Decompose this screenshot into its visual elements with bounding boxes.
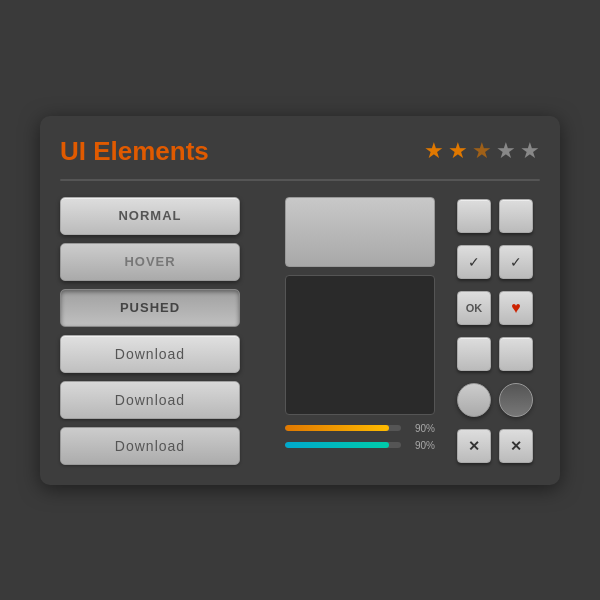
textarea-placeholder[interactable] <box>285 275 435 415</box>
middle-column: 90% 90% <box>280 197 440 451</box>
star-rating[interactable]: ★ ★ ★ ★ ★ <box>424 138 540 164</box>
ctrl-row-2: ✓ ✓ <box>457 243 533 281</box>
heart-icon: ♥ <box>511 299 521 317</box>
progress-fill-teal <box>285 442 389 448</box>
square-btn-1[interactable] <box>457 199 491 233</box>
check-btn-2[interactable]: ✓ <box>499 245 533 279</box>
star-4[interactable]: ★ <box>496 138 516 164</box>
check-icon-1: ✓ <box>468 254 480 270</box>
star-5[interactable]: ★ <box>520 138 540 164</box>
header: UI Elements ★ ★ ★ ★ ★ <box>60 136 540 167</box>
image-placeholder <box>285 197 435 267</box>
main-container: UI Elements ★ ★ ★ ★ ★ NORMAL HOVER PUSHE… <box>40 116 560 485</box>
square-btn-4[interactable] <box>499 337 533 371</box>
ok-button[interactable]: OK <box>457 291 491 325</box>
progress-pct-2: 90% <box>407 440 435 451</box>
download-button-3[interactable]: Download <box>60 427 240 465</box>
star-3[interactable]: ★ <box>472 138 492 164</box>
heart-button[interactable]: ♥ <box>499 291 533 325</box>
download-button-1[interactable]: Download <box>60 335 240 373</box>
progress-fill-orange <box>285 425 389 431</box>
ctrl-row-4 <box>457 335 533 373</box>
progress-area: 90% 90% <box>285 423 435 451</box>
square-btn-3[interactable] <box>457 337 491 371</box>
ctrl-row-3: OK ♥ <box>457 289 533 327</box>
progress-bar-1 <box>285 425 401 431</box>
x-icon-1: ✕ <box>468 438 480 454</box>
x-icon-2: ✕ <box>510 438 522 454</box>
radio-btn-1[interactable] <box>457 383 491 417</box>
check-btn-1[interactable]: ✓ <box>457 245 491 279</box>
progress-bar-2 <box>285 442 401 448</box>
button-column: NORMAL HOVER PUSHED Download Download Do… <box>60 197 270 465</box>
ctrl-row-1 <box>457 197 533 235</box>
progress-row-1: 90% <box>285 423 435 434</box>
check-icon-2: ✓ <box>510 254 522 270</box>
normal-button[interactable]: NORMAL <box>60 197 240 235</box>
progress-pct-1: 90% <box>407 423 435 434</box>
progress-row-2: 90% <box>285 440 435 451</box>
controls-column: ✓ ✓ OK ♥ <box>450 197 540 465</box>
pushed-button[interactable]: PUSHED <box>60 289 240 327</box>
divider <box>60 179 540 181</box>
content-grid: NORMAL HOVER PUSHED Download Download Do… <box>60 197 540 465</box>
page-title: UI Elements <box>60 136 209 167</box>
x-btn-1[interactable]: ✕ <box>457 429 491 463</box>
radio-btn-2[interactable] <box>499 383 533 417</box>
star-1[interactable]: ★ <box>424 138 444 164</box>
ctrl-row-6: ✕ ✕ <box>457 427 533 465</box>
square-btn-2[interactable] <box>499 199 533 233</box>
x-btn-2[interactable]: ✕ <box>499 429 533 463</box>
star-2[interactable]: ★ <box>448 138 468 164</box>
hover-button[interactable]: HOVER <box>60 243 240 281</box>
download-button-2[interactable]: Download <box>60 381 240 419</box>
ctrl-row-5 <box>457 381 533 419</box>
